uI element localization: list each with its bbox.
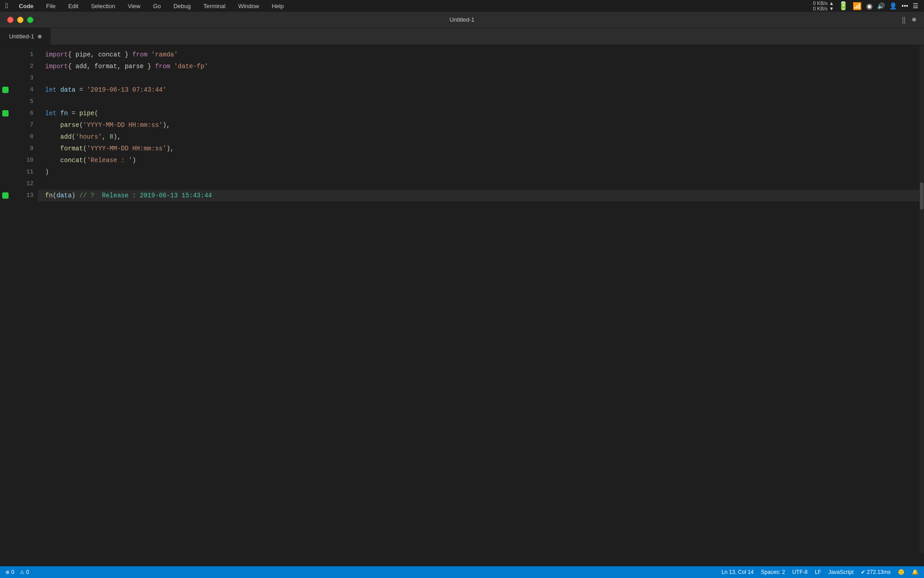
menu-debug[interactable]: Debug (170, 2, 194, 10)
warning-icon: ⚠ (20, 569, 24, 575)
breakpoint-5[interactable] (0, 96, 11, 107)
audio-icon: 🔊 (877, 2, 885, 9)
apple-menu[interactable]:  (5, 2, 8, 10)
smiley-icon[interactable]: 🙂 (898, 569, 905, 575)
code-line-2: import { add, format, parse } from 'date… (38, 61, 919, 72)
line-num-5: 5 (20, 96, 33, 107)
line-num-6: 6 (20, 107, 33, 119)
menu-edit[interactable]: Edit (65, 2, 82, 10)
breakpoint-8[interactable] (0, 131, 11, 143)
breakpoint-1[interactable] (0, 49, 11, 61)
line-ending[interactable]: LF (815, 569, 821, 575)
bp-dot (2, 87, 9, 93)
code-line-11: ) (38, 166, 919, 178)
maximize-button[interactable] (27, 17, 33, 23)
code-line-4: let data = '2019-06-13 07:43:44' (38, 84, 919, 96)
breakpoint-11[interactable] (0, 166, 11, 178)
code-line-8: add('hours', 8), (38, 131, 919, 143)
language-mode[interactable]: JavaScript (828, 569, 854, 575)
line-num-12: 12 (20, 178, 33, 190)
tabbar: Untitled-1 (0, 28, 924, 45)
indentation[interactable]: Spaces: 2 (761, 569, 785, 575)
warning-count[interactable]: ⚠ 0 (20, 569, 29, 575)
line-num-9: 9 (20, 143, 33, 154)
editor-body: 12345678910111213 import { pipe, concat … (0, 45, 924, 553)
code-line-12 (38, 178, 919, 190)
breakpoint-column (0, 45, 11, 553)
code-line-6: let fn = pipe( (38, 107, 919, 119)
breakpoint-6[interactable] (0, 107, 11, 119)
line-num-2: 2 (20, 61, 33, 72)
menu-view[interactable]: View (124, 2, 144, 10)
tab-untitled1[interactable]: Untitled-1 (0, 28, 51, 45)
breakpoint-12[interactable] (0, 178, 11, 190)
scrollbar[interactable] (919, 45, 924, 553)
window-title: Untitled-1 (449, 16, 475, 23)
statusbar: ⊗ 0 ⚠ 0 Ln 13, Col 14 Spaces: 2 UTF-8 LF… (0, 566, 924, 578)
menu-terminal[interactable]: Terminal (200, 2, 229, 10)
line-num-4: 4 (20, 84, 33, 96)
notification-icon[interactable]: 🔔 (912, 569, 919, 575)
menu-code[interactable]: Code (15, 2, 37, 10)
line-num-7: 7 (20, 119, 33, 131)
split-editor-icon[interactable]: ‖ (901, 15, 906, 24)
line-num-8: 8 (20, 131, 33, 143)
cursor-position[interactable]: Ln 13, Col 14 (721, 569, 753, 575)
code-line-5 (38, 96, 919, 107)
breakpoint-2[interactable] (0, 61, 11, 72)
editor-container: 12345678910111213 import { pipe, concat … (0, 45, 924, 553)
code-line-9: format('YYYY-MM-DD HH:mm:ss'), (38, 143, 919, 154)
bp-dot (2, 110, 9, 117)
bp-dot (2, 192, 9, 199)
tab-unsaved-dot (38, 35, 42, 38)
menu-selection[interactable]: Selection (88, 2, 119, 10)
code-line-7: parse('YYYY-MM-DD HH:mm:ss'), (38, 119, 919, 131)
line-numbers: 12345678910111213 (11, 45, 38, 553)
titlebar: Untitled-1 ‖ ● (0, 12, 924, 28)
breakpoint-13[interactable] (0, 190, 11, 201)
more-icon: ••• (901, 2, 908, 9)
system-menubar:  Code File Edit Selection View Go Debug… (0, 0, 924, 12)
encoding[interactable]: UTF-8 (792, 569, 808, 575)
menu-go[interactable]: Go (149, 2, 164, 10)
battery-icon: 🔋 (838, 1, 848, 11)
scrollbar-thumb[interactable] (920, 182, 924, 210)
line-num-13: 13 (20, 190, 33, 201)
user-icon: 👤 (889, 2, 897, 9)
bluetooth-icon: ◉ (866, 2, 873, 10)
wifi-icon: 📶 (853, 2, 862, 10)
code-area[interactable]: import { pipe, concat } from 'ramda'impo… (38, 45, 919, 553)
code-line-10: concat('Release : ') (38, 154, 919, 166)
breakpoint-9[interactable] (0, 143, 11, 154)
network-stats: 0 KB/s ▲0 KB/s ▼ (813, 0, 834, 11)
menu-help[interactable]: Help (268, 2, 287, 10)
minimize-button[interactable] (17, 17, 23, 23)
breakpoint-4[interactable] (0, 84, 11, 96)
line-num-10: 10 (20, 154, 33, 166)
code-line-13: fn(data) // ? Release : 2019-06-13 15:43… (38, 190, 919, 201)
error-count[interactable]: ⊗ 0 (5, 569, 14, 575)
breakpoint-7[interactable] (0, 119, 11, 131)
timing: ✔ 272.13ms (861, 569, 891, 575)
close-button[interactable] (7, 17, 14, 23)
code-line-3 (38, 72, 919, 84)
settings-dot-icon[interactable]: ● (911, 14, 917, 25)
menu-icon: ☰ (913, 2, 919, 9)
menu-window[interactable]: Window (235, 2, 263, 10)
breakpoint-10[interactable] (0, 154, 11, 166)
line-num-1: 1 (20, 49, 33, 61)
error-icon: ⊗ (5, 569, 9, 575)
tab-label: Untitled-1 (9, 33, 34, 40)
code-line-1: import { pipe, concat } from 'ramda' (38, 49, 919, 61)
breakpoint-3[interactable] (0, 72, 11, 84)
line-num-3: 3 (20, 72, 33, 84)
menu-file[interactable]: File (42, 2, 59, 10)
line-num-11: 11 (20, 166, 33, 178)
